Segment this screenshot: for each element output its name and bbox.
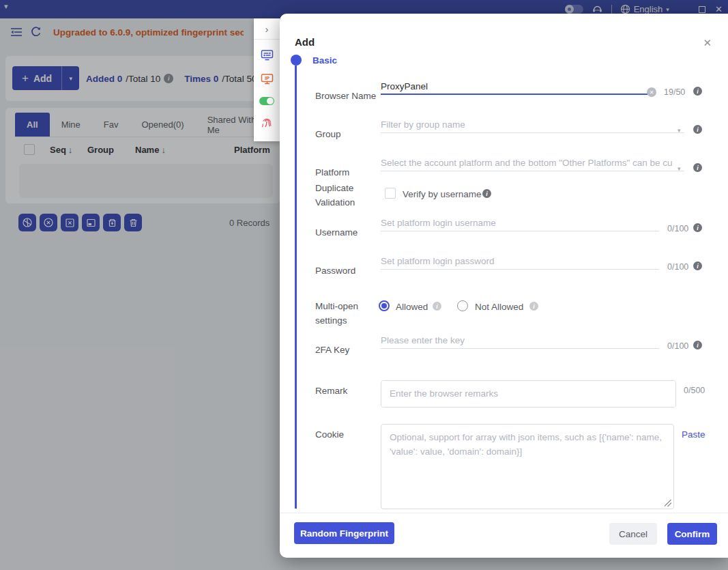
allowed-info-icon[interactable]: i xyxy=(433,302,441,311)
not-allowed-label[interactable]: Not Allowed xyxy=(475,302,523,312)
group-info-icon[interactable]: i xyxy=(693,125,702,134)
remark-counter: 0/500 xyxy=(684,386,705,395)
random-fingerprint-button[interactable]: Random Fingerprint xyxy=(294,522,394,544)
group-label: Group xyxy=(315,129,341,139)
group-caret-icon[interactable]: ▾ xyxy=(678,127,681,134)
footer-divider xyxy=(280,513,728,513)
cookie-textarea[interactable] xyxy=(381,424,674,509)
remark-label: Remark xyxy=(315,386,347,396)
platform-info-icon[interactable]: i xyxy=(693,163,702,172)
verify-username-checkbox[interactable] xyxy=(385,188,396,199)
password-input[interactable] xyxy=(381,253,659,270)
browser-name-counter: 19/50 xyxy=(664,87,685,97)
browser-name-input[interactable] xyxy=(381,79,654,95)
fingerprint-icon[interactable] xyxy=(261,117,273,129)
verify-username-label: Verify by username xyxy=(403,189,482,199)
ip-monitor-icon[interactable]: IP xyxy=(261,73,274,85)
collapse-strip-chevron-icon[interactable]: › xyxy=(265,18,269,39)
allowed-label[interactable]: Allowed xyxy=(396,302,428,312)
svg-text:IP: IP xyxy=(264,75,269,81)
twofa-input[interactable] xyxy=(381,332,659,349)
not-allowed-info-icon[interactable]: i xyxy=(529,302,538,311)
cookie-label: Cookie xyxy=(315,429,344,440)
allowed-radio[interactable] xyxy=(379,300,390,311)
password-info-icon[interactable]: i xyxy=(693,261,702,270)
confirm-button[interactable]: Confirm xyxy=(667,523,717,545)
clear-input-icon[interactable]: ✕ xyxy=(647,87,656,97)
section-basic: Basic xyxy=(312,55,337,66)
dialog-title: Add xyxy=(295,36,315,48)
proxy-toggle-icon[interactable] xyxy=(259,97,274,105)
add-dialog: Add ✕ Basic Browser Name ✕ 19/50 i Group… xyxy=(280,14,728,558)
twofa-counter: 0/100 xyxy=(667,341,688,351)
basic-step-line xyxy=(295,66,297,509)
platform-select[interactable] xyxy=(381,155,684,171)
basic-step-dot xyxy=(291,55,302,66)
password-label: Password xyxy=(315,266,355,276)
cancel-button[interactable]: Cancel xyxy=(609,523,657,545)
not-allowed-radio[interactable] xyxy=(457,300,468,311)
duplicate-validation-label: Duplicate Validation xyxy=(315,183,355,208)
platform-caret-icon[interactable]: ▾ xyxy=(678,165,681,172)
platform-label: Platform xyxy=(315,167,349,177)
password-counter: 0/100 xyxy=(667,262,688,272)
remark-textarea[interactable] xyxy=(381,380,676,408)
multiopen-label: Multi-open settings xyxy=(315,301,358,326)
browser-name-label: Browser Name xyxy=(315,91,376,101)
username-counter: 0/100 xyxy=(667,224,688,233)
username-input[interactable] xyxy=(381,215,659,231)
twofa-info-icon[interactable]: i xyxy=(693,341,702,350)
resize-handle[interactable] xyxy=(665,500,671,507)
username-info-icon[interactable]: i xyxy=(693,223,702,232)
paste-link[interactable]: Paste xyxy=(682,429,705,440)
dialog-close-icon[interactable]: ✕ xyxy=(703,37,712,49)
quick-access-strip: › IP xyxy=(254,18,280,141)
verify-username-info-icon[interactable]: i xyxy=(482,189,491,198)
display-settings-icon[interactable] xyxy=(261,49,274,61)
browser-name-info-icon[interactable]: i xyxy=(693,87,702,96)
username-label: Username xyxy=(315,227,358,238)
group-select[interactable] xyxy=(381,117,684,133)
twofa-label: 2FA Key xyxy=(315,345,349,355)
